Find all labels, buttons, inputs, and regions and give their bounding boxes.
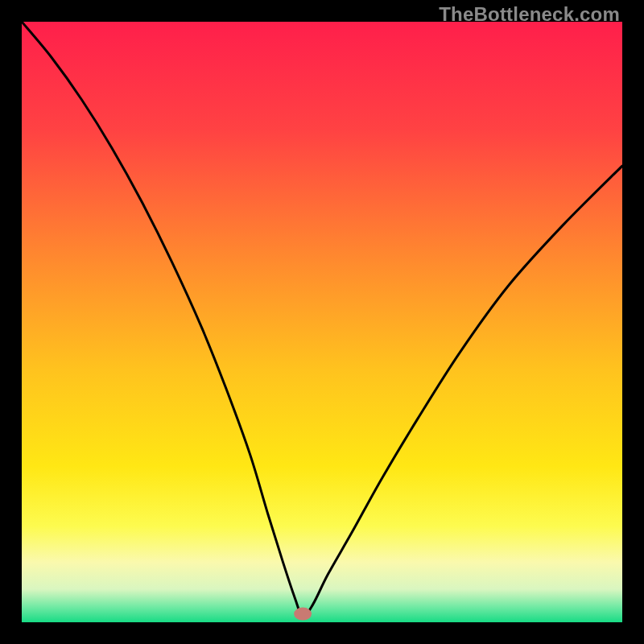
outer-frame: TheBottleneck.com (0, 0, 644, 644)
chart-svg (22, 22, 622, 622)
optimal-marker (294, 608, 312, 621)
gradient-background (22, 22, 622, 622)
plot-area (22, 22, 622, 622)
